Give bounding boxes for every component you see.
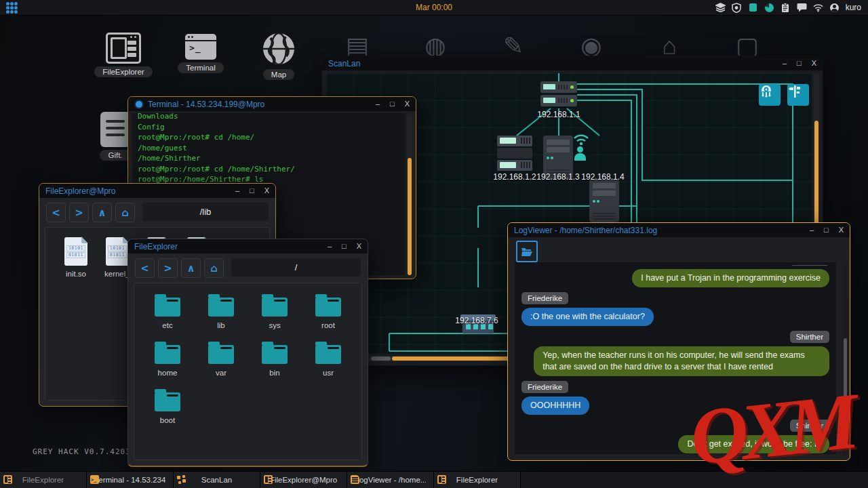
folder-item[interactable]: sys: [248, 293, 302, 329]
chat-bubble: I have put a Trojan in the programming e…: [632, 269, 829, 287]
chat-log[interactable]: ShirtherI have put a Trojan in the progr…: [515, 262, 836, 454]
terminal-line: Downloads: [138, 113, 399, 122]
open-file-button[interactable]: [516, 241, 538, 262]
chat-author: Friederike: [521, 381, 568, 393]
taskbar-item-label: LogViewer - /home...: [355, 476, 426, 484]
fileexplorer-icon: [3, 475, 12, 484]
logviewer-icon: [351, 475, 359, 484]
terminal-line: root@Mpro:/root# cd /home/: [138, 132, 399, 143]
maximize-button[interactable]: □: [797, 56, 802, 70]
close-button[interactable]: X: [357, 239, 361, 253]
titlebar[interactable]: ScanLan – □ X: [322, 56, 823, 70]
taskbar-item[interactable]: LogViewer - /home...: [347, 472, 434, 488]
close-button[interactable]: X: [405, 97, 410, 111]
filter-tool-button[interactable]: [787, 84, 809, 106]
file-item[interactable]: 1010101011 init.so: [64, 237, 87, 278]
titlebar[interactable]: LogViewer - /home/Shirther/chat331.log –…: [508, 223, 850, 237]
desktop-icon-fileexplorer[interactable]: FileExplorer: [93, 33, 154, 77]
close-button[interactable]: X: [839, 223, 844, 237]
maximize-button[interactable]: □: [342, 239, 347, 253]
folder-item[interactable]: var: [195, 340, 248, 377]
up-button[interactable]: ∧: [181, 258, 201, 278]
folder-item[interactable]: etc: [141, 293, 195, 329]
file-label: kernel_: [104, 270, 130, 278]
terminal-icon: [90, 475, 99, 484]
taskbar-item[interactable]: FileExplorer@Mpro: [260, 472, 347, 488]
maximize-button[interactable]: □: [390, 97, 395, 111]
user-icon: [574, 146, 586, 161]
ip-label: 192.168.7.6: [455, 316, 498, 325]
titlebar[interactable]: FileExplorer – □ X: [128, 239, 368, 253]
taskbar-item[interactable]: FileExplorer: [434, 472, 521, 488]
chat-message: ShirtherDon't get excited, it won't be f…: [521, 420, 829, 453]
terminal-app-icon: [134, 100, 144, 109]
folder-label: root: [321, 321, 335, 329]
chat-message: ShirtherYep, when the teacher runs it on…: [521, 331, 829, 376]
desktop-icon-label: Gift.: [100, 150, 130, 161]
back-button[interactable]: <: [135, 258, 155, 278]
titlebar[interactable]: FileExplorer@Mpro – □ X: [39, 184, 275, 198]
address-bar[interactable]: /: [231, 258, 361, 277]
folder-item[interactable]: root: [302, 293, 355, 329]
chat-message: ShirtherI have put a Trojan in the progr…: [521, 265, 829, 287]
node-router[interactable]: [540, 81, 577, 108]
forward-button[interactable]: >: [158, 258, 178, 278]
gift-icon: [100, 112, 130, 147]
file-item[interactable]: 1010101011 kernel_: [104, 237, 130, 278]
ip-label: 192.168.1.2: [493, 172, 536, 182]
window-fileexplorer-root: FileExplorer – □ X < > ∧ ⌂ / etc lib sys…: [127, 239, 368, 467]
terminal-scrollbar[interactable]: [407, 113, 412, 275]
home-button[interactable]: ⌂: [115, 203, 135, 222]
minimize-button[interactable]: –: [376, 97, 380, 111]
maximize-button[interactable]: □: [250, 184, 254, 198]
address-bar[interactable]: /lib: [142, 203, 269, 221]
folder-icon: [315, 298, 341, 317]
folder-item[interactable]: bin: [248, 340, 302, 377]
folder-label: lib: [217, 321, 225, 329]
scan-tool-button[interactable]: [759, 84, 781, 106]
folder-item[interactable]: boot: [141, 388, 195, 424]
node-tower-pc[interactable]: [589, 179, 619, 222]
ip-label: 192.168.1.4: [581, 172, 624, 182]
minimize-button[interactable]: –: [328, 239, 332, 253]
taskbar-item-label: Terminal - 14.53.234...: [95, 476, 165, 484]
folder-list-panel[interactable]: etc lib sys root home var bin usr boot: [134, 283, 362, 460]
home-button[interactable]: ⌂: [204, 258, 224, 278]
minimize-button[interactable]: –: [235, 184, 239, 198]
chat-author: Shirther: [790, 420, 829, 432]
taskbar-item[interactable]: FileExplorer: [0, 472, 87, 488]
minimize-button[interactable]: –: [810, 223, 814, 237]
up-button[interactable]: ∧: [92, 203, 112, 222]
ip-label: 192.168.1.3: [536, 172, 579, 182]
wifi-icon: [572, 133, 591, 145]
chat-message: Friederike:O the one with the calculator…: [521, 292, 829, 326]
fileexplorer-icon: [437, 475, 446, 484]
folder-icon: [155, 392, 180, 411]
back-button[interactable]: <: [46, 203, 66, 222]
fileexplorer-icon: [264, 475, 273, 484]
globe-icon: [261, 31, 296, 66]
terminal-line: root@Mpro:/root# cd /home/Shirther/: [138, 164, 399, 175]
folder-item[interactable]: usr: [302, 340, 355, 377]
desktop-icon-map[interactable]: Map: [248, 31, 309, 80]
taskbar-item[interactable]: Terminal - 14.53.234...: [87, 472, 174, 488]
close-button[interactable]: X: [812, 56, 816, 70]
node-server-stack[interactable]: [497, 136, 532, 172]
open-folder-icon: [521, 247, 533, 257]
maximize-button[interactable]: □: [824, 223, 829, 237]
close-button[interactable]: X: [264, 184, 269, 198]
folder-icon: [155, 298, 180, 317]
folder-item[interactable]: lib: [195, 293, 248, 329]
titlebar[interactable]: Terminal - 14.53.234.199@Mpro – □ X: [128, 97, 416, 111]
forward-button[interactable]: >: [69, 203, 89, 222]
taskbar-item[interactable]: ScanLan: [174, 472, 260, 488]
file-label: init.so: [66, 270, 86, 278]
chat-bubble: :O the one with the calculator?: [521, 308, 654, 326]
minimize-button[interactable]: –: [783, 56, 787, 70]
logviewer-scrollbar[interactable]: [843, 262, 848, 454]
folder-item[interactable]: home: [141, 340, 195, 377]
window-title: Terminal - 14.53.234.199@Mpro: [148, 100, 264, 109]
chat-author: Shirther: [790, 331, 829, 343]
terminal-line: /home/guest: [138, 143, 399, 154]
desktop-icon-terminal[interactable]: >_ Terminal: [170, 34, 231, 73]
